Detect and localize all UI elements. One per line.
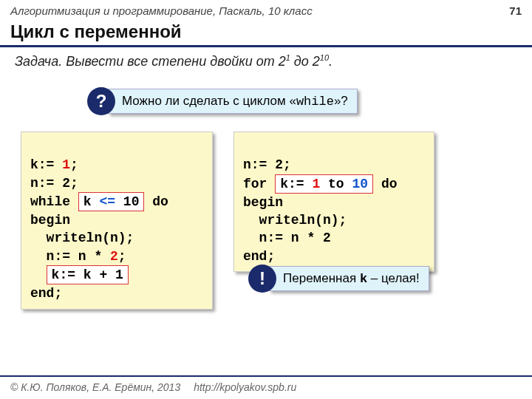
cr-l2-box-d: 10 — [352, 177, 368, 191]
footer: © К.Ю. Поляков, Е.А. Ерёмин, 2013 http:/… — [0, 375, 532, 399]
cr-l2-box-a: k:= — [280, 177, 312, 191]
cr-l2-box: k:= 1 to 10 — [275, 174, 373, 194]
task-part-a: . Вывести все степени двойки от 2 — [58, 54, 286, 69]
cl-l2: n:= 2; — [30, 176, 78, 191]
footer-credit: © К.Ю. Поляков, Е.А. Ерёмин, 2013 — [10, 381, 180, 393]
cr-l5: n:= n * 2 — [243, 231, 331, 245]
cl-l6-red: 2 — [110, 249, 118, 264]
task-sup-b: 10 — [320, 53, 329, 62]
question-callout: ? Можно ли сделать с циклом «while»? — [87, 87, 358, 115]
exclamation-mark-icon: ! — [248, 265, 276, 293]
bang-text: Переменная k – целая! — [269, 266, 429, 291]
cl-l1a: k:= — [30, 157, 62, 172]
task-label: Задача — [15, 54, 58, 69]
course-label: Алгоритмизация и программирование, Паска… — [10, 4, 313, 17]
cl-l1b: ; — [70, 157, 78, 172]
page-title: Цикл с переменной — [0, 20, 532, 47]
cl-l3b: do — [144, 194, 168, 209]
cl-l6b: ; — [118, 249, 126, 264]
bang-callout: ! Переменная k – целая! — [248, 265, 429, 293]
page-number: 71 — [509, 4, 522, 17]
cl-l4: begin — [30, 213, 70, 228]
bang-text-b: – целая! — [367, 271, 420, 285]
task-part-c: . — [329, 54, 332, 69]
task-text: Задача. Вывести все степени двойки от 21… — [0, 47, 532, 72]
cr-l2-box-b: 1 — [312, 177, 320, 191]
cr-l6: end; — [243, 249, 275, 264]
cl-l6a: n:= n * — [30, 249, 110, 264]
bang-text-a: Переменная — [283, 271, 360, 285]
q-text-a: Можно ли сделать с циклом « — [122, 94, 296, 108]
cl-l3-box-c: 10 — [115, 194, 139, 209]
cr-l2b: do — [373, 177, 397, 191]
question-mark-icon: ? — [87, 87, 115, 115]
cl-l3a: while — [30, 194, 78, 209]
cl-l8: end; — [30, 286, 62, 301]
task-part-b: до 2 — [290, 54, 320, 69]
cl-l3-box: k <= 10 — [78, 192, 145, 211]
cr-l2a: for — [243, 177, 275, 191]
question-text: Можно ли сделать с циклом «while»? — [108, 89, 358, 114]
cr-l1: n:= 2; — [243, 157, 291, 172]
cr-l3: begin — [243, 195, 283, 210]
cl-l3-box-b: <= — [99, 194, 115, 209]
bang-mono: k — [360, 272, 367, 286]
q-mono: while — [296, 95, 334, 109]
cl-l1-red: 1 — [62, 157, 70, 172]
footer-url: http://kpolyakov.spb.ru — [194, 381, 296, 393]
cl-l5: writeln(n); — [30, 231, 134, 245]
cr-l2-box-c: to — [320, 177, 352, 191]
header: Алгоритмизация и программирование, Паска… — [0, 0, 532, 20]
cl-l7-box: k:= k + 1 — [47, 265, 129, 284]
code-block-for: n:= 2; for k:= 1 to 10 do begin writeln(… — [233, 132, 434, 272]
code-block-while: k:= 1; n:= 2; while k <= 10 do begin wri… — [21, 132, 213, 310]
cl-l3-box-a: k — [83, 194, 100, 209]
cr-l4: writeln(n); — [243, 213, 347, 228]
q-text-b: »? — [334, 94, 348, 108]
